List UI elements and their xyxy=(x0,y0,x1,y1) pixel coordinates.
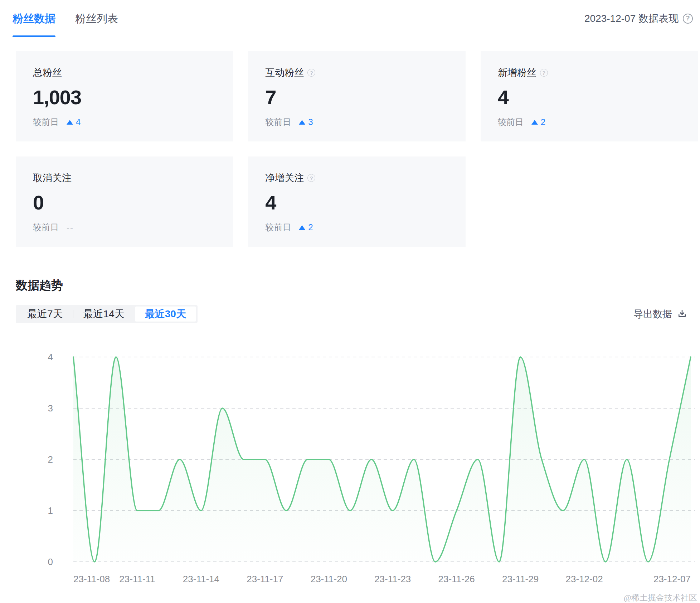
compare-label: 较前日 xyxy=(33,222,59,233)
stat-value: 0 xyxy=(33,192,216,213)
x-tick-label: 23-12-02 xyxy=(566,574,603,584)
stat-label: 取消关注 xyxy=(33,172,72,184)
stat-value: 7 xyxy=(265,87,448,108)
stat-value: 4 xyxy=(265,192,448,213)
stat-card-header: 总粉丝 xyxy=(33,66,216,79)
stat-compare: 较前日3 xyxy=(265,116,448,128)
delta-value: 2 xyxy=(308,222,313,232)
export-data-button[interactable]: 导出数据 xyxy=(633,308,687,320)
arrow-up-icon xyxy=(531,120,538,125)
export-data-label: 导出数据 xyxy=(633,308,672,320)
y-tick-label: 2 xyxy=(48,454,53,465)
x-tick-label: 23-11-29 xyxy=(502,574,539,584)
trend-section-title: 数据趋势 xyxy=(16,278,700,294)
compare-label: 较前日 xyxy=(498,116,524,128)
stat-card-header: 净增关注? xyxy=(265,172,448,184)
x-tick-label: 23-11-17 xyxy=(247,574,283,584)
stat-card: 净增关注?4较前日2 xyxy=(248,156,465,247)
arrow-up-icon xyxy=(299,120,305,125)
delta-value: 2 xyxy=(541,117,545,127)
stat-card-header: 新增粉丝? xyxy=(498,66,681,79)
delta-value: 3 xyxy=(308,117,313,127)
trend-controls: 最近7天最近14天最近30天 导出数据 xyxy=(16,305,687,323)
download-icon xyxy=(677,309,687,319)
time-range-switcher: 最近7天最近14天最近30天 xyxy=(16,305,198,323)
y-tick-label: 0 xyxy=(48,556,53,567)
tab-fans-data[interactable]: 粉丝数据 xyxy=(13,0,55,37)
x-tick-label: 23-11-08 xyxy=(73,574,110,584)
stat-compare: 较前日4 xyxy=(33,116,216,128)
stat-card: 取消关注0较前日-- xyxy=(16,156,233,247)
y-tick-label: 1 xyxy=(48,505,53,516)
stat-cards-grid: 总粉丝1,003较前日4互动粉丝?7较前日3新增粉丝?4较前日2取消关注0较前日… xyxy=(16,51,698,247)
stat-label: 互动粉丝 xyxy=(265,66,304,79)
compare-label: 较前日 xyxy=(265,116,291,128)
delta-value: 4 xyxy=(76,117,81,127)
y-tick-label: 4 xyxy=(48,352,53,362)
stat-value: 4 xyxy=(498,87,681,108)
date-performance-label: 2023-12-07 数据表现 xyxy=(584,12,679,25)
range-option-14d[interactable]: 最近14天 xyxy=(73,307,135,322)
x-tick-label: 23-11-20 xyxy=(311,574,347,584)
watermark: @稀土掘金技术社区 xyxy=(624,592,697,603)
stat-card: 总粉丝1,003较前日4 xyxy=(16,51,233,141)
compare-label: 较前日 xyxy=(265,222,291,233)
help-icon[interactable]: ? xyxy=(307,174,315,182)
delta-value: -- xyxy=(67,222,74,232)
x-tick-label: 23-11-11 xyxy=(119,574,155,584)
tab-fans-list[interactable]: 粉丝列表 xyxy=(75,0,118,37)
arrow-up-icon xyxy=(67,120,73,125)
stat-card-header: 互动粉丝? xyxy=(265,66,448,79)
stat-compare: 较前日2 xyxy=(498,116,681,128)
top-tab-bar: 粉丝数据 粉丝列表 2023-12-07 数据表现 ? xyxy=(0,0,700,37)
range-option-7d[interactable]: 最近7天 xyxy=(17,307,73,322)
help-icon[interactable]: ? xyxy=(307,69,315,77)
trend-chart-svg: 0123423-11-0823-11-1123-11-1423-11-1723-… xyxy=(16,342,698,603)
stat-compare: 较前日-- xyxy=(33,222,216,233)
stat-label: 新增粉丝 xyxy=(498,66,536,79)
stat-label: 净增关注 xyxy=(265,172,304,184)
help-icon[interactable]: ? xyxy=(540,69,548,77)
x-tick-label: 23-11-26 xyxy=(438,574,475,584)
help-icon[interactable]: ? xyxy=(683,14,693,24)
stat-compare: 较前日2 xyxy=(265,222,448,233)
y-tick-label: 3 xyxy=(48,403,53,414)
x-tick-label: 23-12-07 xyxy=(653,574,691,584)
x-tick-label: 23-11-14 xyxy=(183,574,219,584)
compare-label: 较前日 xyxy=(33,116,59,128)
stat-card: 互动粉丝?7较前日3 xyxy=(248,51,465,141)
date-performance: 2023-12-07 数据表现 ? xyxy=(584,12,693,25)
stat-value: 1,003 xyxy=(33,87,216,108)
range-option-30d[interactable]: 最近30天 xyxy=(135,307,196,322)
trend-chart: 0123423-11-0823-11-1123-11-1423-11-1723-… xyxy=(16,342,698,603)
arrow-up-icon xyxy=(299,225,305,230)
x-tick-label: 23-11-23 xyxy=(374,574,411,584)
stat-card: 新增粉丝?4较前日2 xyxy=(481,51,698,141)
stat-label: 总粉丝 xyxy=(33,66,62,79)
stat-card-header: 取消关注 xyxy=(33,172,216,184)
